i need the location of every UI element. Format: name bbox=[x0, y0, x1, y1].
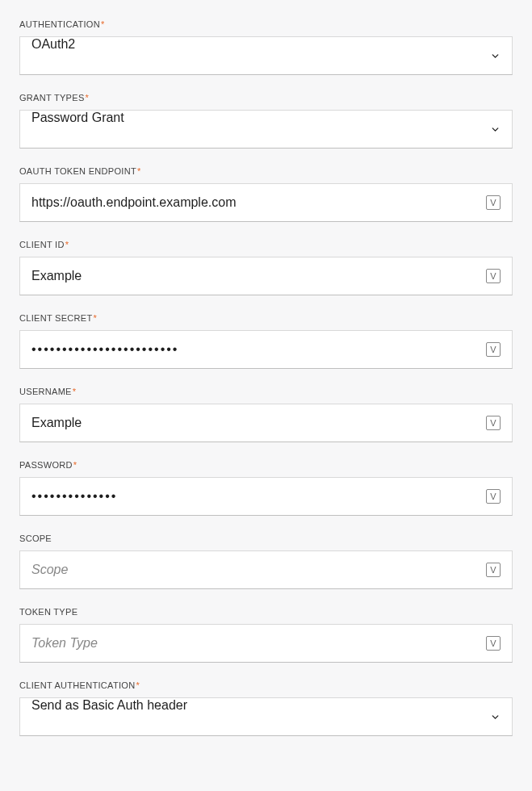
client-id-input[interactable] bbox=[31, 257, 480, 295]
password-field: PASSWORD* •••••••••••••• V bbox=[19, 460, 513, 516]
label-text: TOKEN TYPE bbox=[19, 607, 77, 617]
chevron-down-icon bbox=[490, 124, 501, 135]
client-authentication-label: CLIENT AUTHENTICATION* bbox=[19, 680, 513, 690]
password-input-wrap: •••••••••••••• V bbox=[19, 477, 513, 516]
username-input[interactable] bbox=[31, 404, 480, 442]
oauth-token-endpoint-input[interactable] bbox=[31, 184, 480, 221]
grant-types-value: Password Grant bbox=[31, 111, 484, 148]
scope-input-wrap: V bbox=[19, 550, 513, 589]
client-authentication-select[interactable]: Send as Basic Auth header bbox=[19, 697, 513, 736]
username-field: USERNAME* V bbox=[19, 387, 513, 442]
label-text: USERNAME bbox=[19, 387, 72, 396]
required-indicator: * bbox=[101, 19, 105, 29]
oauth-token-endpoint-field: OAUTH TOKEN ENDPOINT* V bbox=[19, 166, 513, 222]
label-text: CLIENT ID bbox=[19, 240, 65, 249]
authentication-label: AUTHENTICATION* bbox=[19, 19, 513, 29]
label-text: CLIENT SECRET bbox=[19, 313, 93, 323]
password-label: PASSWORD* bbox=[19, 460, 513, 470]
label-text: PASSWORD bbox=[19, 460, 73, 470]
label-text: SCOPE bbox=[19, 534, 52, 543]
label-text: CLIENT AUTHENTICATION bbox=[19, 680, 135, 690]
required-indicator: * bbox=[137, 166, 141, 176]
scope-input[interactable] bbox=[31, 551, 480, 588]
required-indicator: * bbox=[73, 387, 77, 396]
authentication-value: OAuth2 bbox=[31, 37, 484, 74]
token-type-label: TOKEN TYPE bbox=[19, 607, 513, 617]
token-type-field: TOKEN TYPE V bbox=[19, 607, 513, 663]
oauth-token-endpoint-label: OAUTH TOKEN ENDPOINT* bbox=[19, 166, 513, 176]
token-type-input[interactable] bbox=[31, 625, 480, 662]
client-id-field: CLIENT ID* V bbox=[19, 240, 513, 295]
username-input-wrap: V bbox=[19, 404, 513, 442]
variable-icon[interactable]: V bbox=[486, 195, 501, 210]
client-secret-input-wrap: •••••••••••••••••••••••• V bbox=[19, 330, 513, 369]
required-indicator: * bbox=[73, 460, 77, 470]
label-text: GRANT TYPES bbox=[19, 93, 85, 103]
password-mask[interactable]: •••••••••••••• bbox=[31, 478, 480, 515]
label-text: OAUTH TOKEN ENDPOINT bbox=[19, 166, 136, 176]
client-id-input-wrap: V bbox=[19, 257, 513, 295]
grant-types-select[interactable]: Password Grant bbox=[19, 110, 513, 149]
grant-types-label: GRANT TYPES* bbox=[19, 93, 513, 103]
scope-label: SCOPE bbox=[19, 534, 513, 543]
variable-icon[interactable]: V bbox=[486, 489, 501, 504]
authentication-select[interactable]: OAuth2 bbox=[19, 36, 513, 75]
variable-icon[interactable]: V bbox=[486, 636, 501, 651]
grant-types-field: GRANT TYPES* Password Grant bbox=[19, 93, 513, 149]
client-secret-field: CLIENT SECRET* •••••••••••••••••••••••• … bbox=[19, 313, 513, 369]
required-indicator: * bbox=[86, 93, 90, 103]
client-authentication-value: Send as Basic Auth header bbox=[31, 698, 484, 735]
required-indicator: * bbox=[65, 240, 69, 249]
client-secret-mask[interactable]: •••••••••••••••••••••••• bbox=[31, 331, 480, 368]
client-authentication-field: CLIENT AUTHENTICATION* Send as Basic Aut… bbox=[19, 680, 513, 736]
authentication-field: AUTHENTICATION* OAuth2 bbox=[19, 19, 513, 75]
chevron-down-icon bbox=[490, 712, 501, 722]
required-indicator: * bbox=[136, 680, 140, 690]
chevron-down-icon bbox=[490, 51, 501, 61]
scope-field: SCOPE V bbox=[19, 534, 513, 589]
client-id-label: CLIENT ID* bbox=[19, 240, 513, 249]
variable-icon[interactable]: V bbox=[486, 269, 501, 283]
username-label: USERNAME* bbox=[19, 387, 513, 396]
variable-icon[interactable]: V bbox=[486, 342, 501, 357]
required-indicator: * bbox=[94, 313, 98, 323]
variable-icon[interactable]: V bbox=[486, 563, 501, 577]
client-secret-label: CLIENT SECRET* bbox=[19, 313, 513, 323]
variable-icon[interactable]: V bbox=[486, 416, 501, 430]
label-text: AUTHENTICATION bbox=[19, 19, 100, 29]
oauth-token-endpoint-input-wrap: V bbox=[19, 183, 513, 222]
token-type-input-wrap: V bbox=[19, 624, 513, 663]
